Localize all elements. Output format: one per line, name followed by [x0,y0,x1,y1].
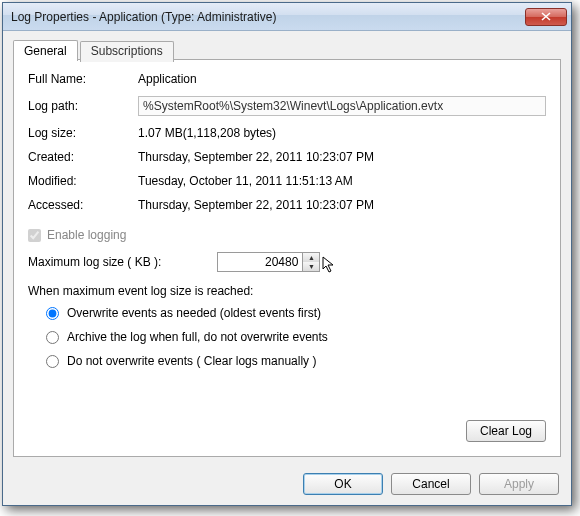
radio-archive-input[interactable] [46,331,59,344]
radio-overwrite-input[interactable] [46,307,59,320]
maxsize-input[interactable] [218,253,302,271]
accessed-label: Accessed: [28,198,138,212]
maxsize-label: Maximum log size ( KB ): [28,255,161,269]
radio-donot[interactable]: Do not overwrite events ( Clear logs man… [46,354,546,368]
enable-logging-checkbox [28,229,41,242]
window-title: Log Properties - Application (Type: Admi… [11,10,525,24]
tab-subscriptions[interactable]: Subscriptions [80,41,174,62]
tab-strip: General Subscriptions [13,39,561,60]
maxsize-spinner[interactable]: ▲ ▼ [217,252,320,272]
created-value: Thursday, September 22, 2011 10:23:07 PM [138,150,546,164]
when-max-label: When maximum event log size is reached: [28,284,546,298]
created-label: Created: [28,150,138,164]
cancel-button[interactable]: Cancel [391,473,471,495]
apply-button[interactable]: Apply [479,473,559,495]
spinner-down-button[interactable]: ▼ [303,262,319,271]
close-icon [541,12,551,21]
titlebar: Log Properties - Application (Type: Admi… [3,3,571,31]
close-button[interactable] [525,8,567,26]
fullname-label: Full Name: [28,72,138,86]
radio-overwrite[interactable]: Overwrite events as needed (oldest event… [46,306,546,320]
enable-logging-label: Enable logging [47,228,126,242]
logsize-value: 1.07 MB(1,118,208 bytes) [138,126,546,140]
radio-donot-input[interactable] [46,355,59,368]
fullname-value: Application [138,72,546,86]
clear-log-button[interactable]: Clear Log [466,420,546,442]
dialog-window: Log Properties - Application (Type: Admi… [2,2,572,506]
logsize-label: Log size: [28,126,138,140]
radio-archive-label: Archive the log when full, do not overwr… [67,330,328,344]
radio-overwrite-label: Overwrite events as needed (oldest event… [67,306,321,320]
tab-panel-general: Full Name: Application Log path: Log siz… [13,59,561,457]
dialog-footer: OK Cancel Apply [303,473,559,495]
logpath-label: Log path: [28,99,138,113]
cursor-icon [321,255,337,279]
accessed-value: Thursday, September 22, 2011 10:23:07 PM [138,198,546,212]
modified-label: Modified: [28,174,138,188]
ok-button[interactable]: OK [303,473,383,495]
radio-archive[interactable]: Archive the log when full, do not overwr… [46,330,546,344]
tab-general[interactable]: General [13,40,78,61]
radio-donot-label: Do not overwrite events ( Clear logs man… [67,354,316,368]
logpath-input[interactable] [138,96,546,116]
spinner-up-button[interactable]: ▲ [303,253,319,262]
modified-value: Tuesday, October 11, 2011 11:51:13 AM [138,174,546,188]
